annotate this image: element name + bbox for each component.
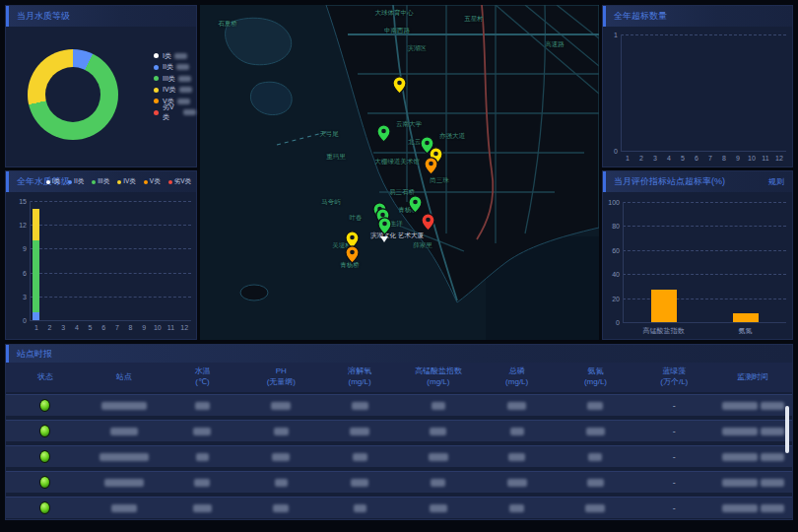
panel-month-rate: 当月评价指标站点超标率(%) 规则 020406080100高锰酸盐指数氨氮 bbox=[602, 170, 793, 340]
x-axis-tick: 6 bbox=[101, 324, 105, 331]
selected-pin-indicator-icon bbox=[380, 236, 388, 242]
redacted-value bbox=[722, 504, 758, 512]
legend-item[interactable]: 劣V类 bbox=[154, 107, 196, 119]
table-column-header: 总磷(mg/L) bbox=[478, 366, 557, 388]
legend-label: II类 bbox=[163, 62, 173, 72]
panel-title-month-rate: 当月评价指标站点超标率(%) bbox=[603, 171, 792, 192]
algae-cell: - bbox=[634, 478, 713, 488]
table-column-header: 氨氮(mg/L) bbox=[557, 366, 635, 388]
redacted-value bbox=[351, 479, 368, 487]
legend-item[interactable]: II类 bbox=[68, 176, 87, 188]
legend-dot-icon bbox=[154, 76, 159, 81]
month-rate-chart[interactable]: 020406080100高锰酸盐指数氨氮 bbox=[603, 192, 792, 339]
time-cell-redacted bbox=[713, 478, 792, 488]
y-axis-line bbox=[621, 34, 622, 151]
redacted-value bbox=[507, 479, 527, 487]
redacted-value bbox=[510, 428, 524, 435]
algae-cell: - bbox=[634, 401, 713, 411]
legend-item[interactable]: V类 bbox=[144, 176, 164, 188]
redacted-value bbox=[508, 453, 525, 461]
table-row[interactable]: - bbox=[6, 394, 792, 416]
legend-item[interactable]: III类 bbox=[92, 176, 112, 188]
rate-bar[interactable] bbox=[651, 290, 677, 322]
panel-station-table: 站点时报 状态站点水温(℃)PH(无量纲)溶解氧(mg/L)高锰酸盐指数(mg/… bbox=[5, 344, 793, 520]
stacked-bar-segment[interactable] bbox=[33, 209, 39, 240]
station-pin[interactable] bbox=[424, 157, 438, 175]
station-cell-redacted bbox=[85, 401, 164, 411]
redacted-value bbox=[111, 504, 137, 512]
rate-rule-link[interactable]: 规则 bbox=[768, 171, 784, 192]
station-pin[interactable] bbox=[345, 245, 360, 264]
donut-chart-month-quality[interactable] bbox=[28, 49, 118, 140]
table-row[interactable]: - bbox=[6, 445, 792, 467]
legend-label: IV类 bbox=[123, 177, 136, 186]
table-scrollbar[interactable] bbox=[785, 406, 789, 453]
y-axis-line bbox=[623, 202, 624, 322]
x-axis-tick: 3 bbox=[653, 155, 657, 162]
value-cell-redacted bbox=[320, 478, 399, 488]
value-cell-redacted bbox=[399, 427, 478, 436]
station-pin[interactable] bbox=[421, 213, 435, 232]
table-row[interactable]: - bbox=[6, 471, 792, 493]
y-axis-tick: 100 bbox=[604, 199, 620, 206]
y-axis-tick: 12 bbox=[11, 222, 27, 229]
value-cell-redacted bbox=[478, 401, 557, 411]
redacted-value bbox=[761, 453, 784, 461]
legend-item[interactable]: II类 bbox=[154, 62, 196, 74]
redacted-value bbox=[273, 504, 289, 512]
redacted-value bbox=[194, 479, 210, 487]
map-label: 尚三珠 bbox=[430, 176, 449, 185]
value-cell-redacted bbox=[320, 503, 399, 513]
stacked-bar-segment[interactable] bbox=[33, 312, 39, 320]
x-axis-tick: 5 bbox=[681, 155, 685, 162]
station-cell-redacted bbox=[85, 452, 164, 462]
map-label: 亦强大道 bbox=[439, 132, 465, 141]
stacked-bar-segment[interactable] bbox=[33, 240, 39, 312]
gridline bbox=[621, 34, 786, 35]
redacted-value bbox=[196, 453, 209, 461]
table-column-header: 站点 bbox=[85, 372, 164, 383]
status-ok-icon bbox=[39, 450, 50, 463]
station-pin[interactable] bbox=[377, 217, 392, 235]
y-axis-tick: 0 bbox=[11, 317, 27, 324]
redacted-value bbox=[722, 479, 758, 487]
redacted-value bbox=[588, 453, 602, 461]
table-column-header: 状态 bbox=[6, 372, 85, 383]
legend-item[interactable]: IV类 bbox=[117, 176, 139, 188]
redacted-value bbox=[761, 504, 784, 512]
redacted-value bbox=[353, 453, 367, 461]
legend-value-redacted bbox=[178, 76, 191, 82]
station-pin[interactable] bbox=[376, 124, 391, 143]
legend-item[interactable]: 劣V类 bbox=[168, 176, 194, 188]
station-pin[interactable] bbox=[392, 76, 407, 95]
x-axis-tick: 4 bbox=[75, 324, 79, 331]
legend-label: II类 bbox=[74, 177, 84, 186]
value-cell-redacted bbox=[164, 503, 242, 513]
x-axis-tick: 12 bbox=[180, 324, 188, 331]
algae-cell: - bbox=[634, 452, 713, 462]
legend-item[interactable]: I类 bbox=[154, 50, 196, 62]
table-row[interactable]: - bbox=[6, 420, 792, 441]
redacted-value bbox=[585, 504, 605, 512]
table-row[interactable]: - bbox=[6, 497, 792, 518]
station-pin[interactable] bbox=[408, 195, 423, 214]
redacted-value bbox=[354, 504, 366, 512]
redacted-value bbox=[507, 402, 526, 410]
legend-item[interactable]: IV类 bbox=[154, 85, 196, 97]
redacted-value bbox=[275, 479, 288, 487]
x-axis-tick: 10 bbox=[748, 155, 756, 162]
legend-item[interactable]: III类 bbox=[154, 73, 196, 85]
year-quality-legend: I类II类III类IV类V类劣V类 bbox=[46, 171, 196, 192]
year-exceed-chart[interactable]: 01123456789101112 bbox=[603, 27, 792, 166]
legend-dot-icon bbox=[154, 110, 159, 115]
value-cell-redacted bbox=[399, 478, 478, 488]
station-map[interactable]: 石夏桥大球体育中心中南西路滨湖区五星村高速路云南大学北云桥亦强大道大棚绿道美术馆… bbox=[200, 5, 599, 340]
legend-item[interactable]: I类 bbox=[46, 176, 63, 188]
map-label: 天弓尾 bbox=[319, 130, 339, 139]
value-cell-redacted bbox=[478, 452, 557, 462]
redacted-value bbox=[432, 402, 445, 410]
x-axis-tick: 10 bbox=[154, 324, 162, 331]
x-axis-line bbox=[623, 322, 786, 323]
rate-bar[interactable] bbox=[733, 313, 759, 322]
year-quality-chart[interactable]: 03691215123456789101112 bbox=[6, 192, 196, 339]
